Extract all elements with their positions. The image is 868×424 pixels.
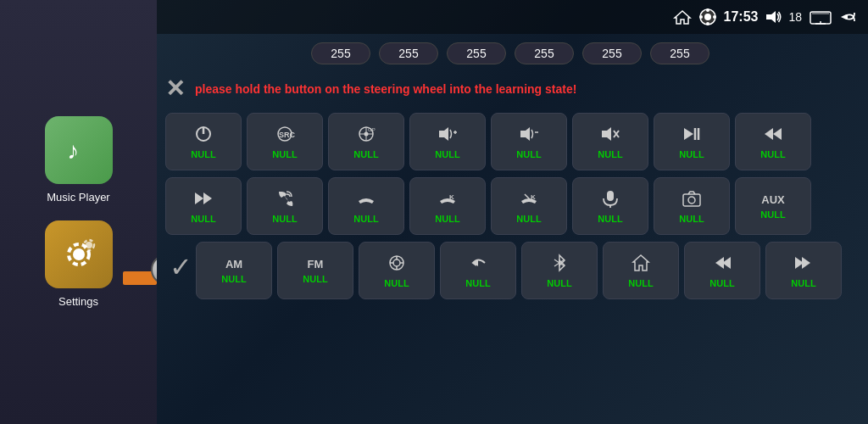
svg-rect-47: [683, 194, 700, 206]
power-icon: [194, 125, 213, 146]
btn-fm-label: NULL: [303, 274, 327, 284]
btn-power-label: NULL: [191, 149, 215, 159]
btn-am-label: NULL: [221, 274, 246, 284]
value-pill-3: 255: [447, 42, 506, 64]
btn-vol-down[interactable]: NULL: [491, 113, 567, 170]
value-pill-2: 255: [379, 42, 438, 64]
fm-text: FM: [308, 258, 324, 271]
ff-icon: [793, 254, 814, 275]
svg-point-48: [688, 197, 695, 204]
btn-reject-k[interactable]: K NULL: [491, 177, 567, 235]
btn-ff[interactable]: NULL: [765, 242, 842, 299]
hang-up-icon: [355, 189, 377, 210]
svg-point-8: [706, 8, 709, 12]
settings-icon-bg: [45, 220, 113, 288]
svg-marker-39: [765, 128, 773, 140]
btn-gps[interactable]: GPS NULL: [328, 113, 404, 170]
gps-icon: GPS: [357, 125, 376, 146]
vol-up-icon: [437, 125, 458, 146]
svg-marker-38: [773, 128, 782, 140]
svg-point-25: [364, 131, 369, 136]
svg-point-50: [393, 259, 400, 266]
btn-mute-label: NULL: [598, 149, 622, 159]
btn-src[interactable]: SRC NULL: [247, 113, 323, 170]
screen-icon: [809, 9, 832, 25]
next-track-icon: [193, 189, 214, 210]
confirm-button[interactable]: ✓: [165, 251, 192, 283]
svg-point-7: [704, 14, 711, 20]
mute-icon: [600, 125, 620, 146]
svg-point-11: [713, 15, 716, 19]
buttons-row-1: NULL SRC NULL GPS: [165, 113, 855, 170]
btn-home[interactable]: NULL: [603, 242, 679, 299]
src-icon: SRC: [275, 125, 295, 146]
btn-next-track[interactable]: NULL: [165, 177, 242, 235]
svg-marker-41: [203, 192, 212, 204]
camera-icon: [682, 189, 702, 210]
play-pause-icon: [682, 125, 702, 146]
svg-text:GPS: GPS: [368, 127, 376, 132]
btn-back[interactable]: NULL: [440, 242, 516, 299]
btn-prev-track[interactable]: NULL: [735, 113, 811, 170]
btn-aux[interactable]: AUX NULL: [735, 177, 811, 235]
rew-icon: [712, 254, 732, 275]
btn-hang-up[interactable]: NULL: [328, 177, 404, 235]
bluetooth-icon: [551, 254, 568, 275]
btn-mute[interactable]: NULL: [572, 113, 648, 170]
svg-point-10: [699, 15, 703, 19]
btn-next-track-label: NULL: [191, 214, 215, 224]
btn-hang-up-label: NULL: [353, 214, 378, 224]
main-content: 17:53 18 255 255 255 255 255 255: [157, 0, 868, 424]
svg-text:K: K: [449, 193, 454, 201]
volume-level: 18: [788, 10, 802, 24]
btn-fm[interactable]: FM NULL: [277, 242, 353, 299]
back-arrow-icon: [468, 254, 488, 275]
btn-prev-track-label: NULL: [760, 149, 785, 159]
btn-answer-k[interactable]: K NULL: [409, 177, 486, 235]
btn-mic-label: NULL: [598, 214, 622, 224]
status-time: 17:53: [724, 9, 759, 25]
status-bar: 17:53 18: [157, 0, 868, 34]
svg-marker-27: [439, 127, 448, 141]
svg-marker-30: [520, 127, 530, 141]
svg-point-1: [73, 248, 85, 260]
btn-bluetooth[interactable]: NULL: [521, 242, 598, 299]
vol-down-icon: [519, 125, 539, 146]
btn-back-label: NULL: [465, 278, 490, 288]
home-icon: [632, 254, 650, 275]
btn-eq[interactable]: NULL: [359, 242, 435, 299]
back-icon[interactable]: [839, 9, 858, 25]
btn-bluetooth-label: NULL: [547, 278, 571, 288]
btn-rew[interactable]: NULL: [684, 242, 760, 299]
sidebar-item-music-player[interactable]: ♪ Music Player: [45, 116, 113, 204]
btn-vol-up[interactable]: NULL: [409, 113, 486, 170]
btn-power[interactable]: NULL: [165, 113, 242, 170]
settings-label: Settings: [58, 295, 98, 308]
btn-home-label: NULL: [628, 278, 653, 288]
svg-marker-62: [802, 257, 810, 269]
btn-am[interactable]: AM NULL: [196, 242, 272, 299]
sidebar-item-settings[interactable]: Settings: [45, 220, 113, 308]
eq-icon: [387, 254, 406, 275]
btn-eq-label: NULL: [384, 278, 409, 288]
aux-text: AUX: [761, 193, 784, 206]
btn-ff-label: NULL: [791, 278, 815, 288]
svg-marker-35: [684, 128, 693, 140]
cancel-button[interactable]: ✕: [165, 75, 185, 103]
btn-rew-label: NULL: [709, 278, 734, 288]
value-pill-5: 255: [582, 42, 642, 64]
sidebar: ♪ Music Player Settings: [0, 0, 157, 424]
btn-play-pause[interactable]: NULL: [654, 113, 730, 170]
reject-k-icon: K: [518, 189, 540, 210]
settings-dot-icon: [698, 8, 717, 26]
svg-text:K: K: [531, 193, 536, 201]
btn-mic[interactable]: NULL: [572, 177, 648, 235]
svg-marker-40: [195, 192, 203, 204]
svg-point-3: [86, 242, 92, 248]
btn-aux-label: NULL: [760, 209, 785, 220]
btn-call[interactable]: NULL: [247, 177, 323, 235]
btn-answer-k-label: NULL: [435, 214, 459, 224]
btn-camera[interactable]: NULL: [654, 177, 730, 235]
btn-gps-label: NULL: [353, 149, 378, 159]
value-pill-1: 255: [311, 42, 370, 64]
